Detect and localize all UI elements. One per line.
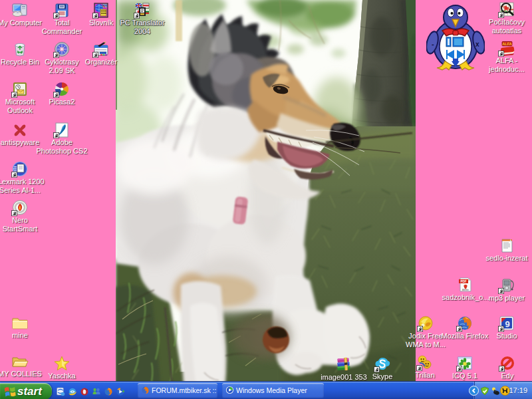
svg-text:Adobe: Adobe: [462, 289, 469, 291]
svg-text:PDF: PDF: [460, 280, 466, 283]
svg-text:ALFA: ALFA: [502, 42, 511, 46]
svg-text:-: -: [432, 40, 434, 48]
svg-text:x: x: [475, 41, 479, 48]
svg-text:9: 9: [505, 319, 509, 329]
